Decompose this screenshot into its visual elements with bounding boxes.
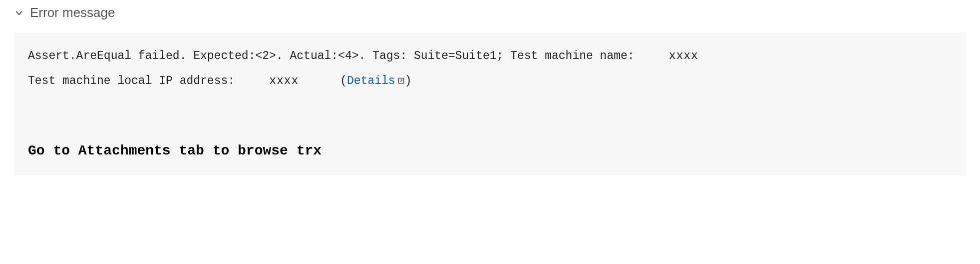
external-link-icon xyxy=(397,69,405,94)
machine-name-redacted: xxxx xyxy=(669,50,698,62)
error-message-section-header[interactable]: Error message xyxy=(14,5,966,20)
open-paren: ( xyxy=(340,74,347,88)
chevron-down-icon xyxy=(14,8,24,18)
error-message-panel: Assert.AreEqual failed. Expected:<2>. Ac… xyxy=(14,32,966,176)
details-link[interactable]: Details xyxy=(347,74,405,88)
error-text-line1: Assert.AreEqual failed. Expected:<2>. Ac… xyxy=(28,50,635,62)
error-text-line2: Test machine local IP address: xyxy=(28,74,235,88)
close-paren: ) xyxy=(405,74,412,88)
details-link-label: Details xyxy=(347,74,395,88)
section-title: Error message xyxy=(30,5,115,20)
attachments-note: Go to Attachments tab to browse trx xyxy=(28,143,952,158)
error-message-body: Assert.AreEqual failed. Expected:<2>. Ac… xyxy=(28,44,952,94)
ip-address-redacted: xxxx xyxy=(269,74,299,88)
